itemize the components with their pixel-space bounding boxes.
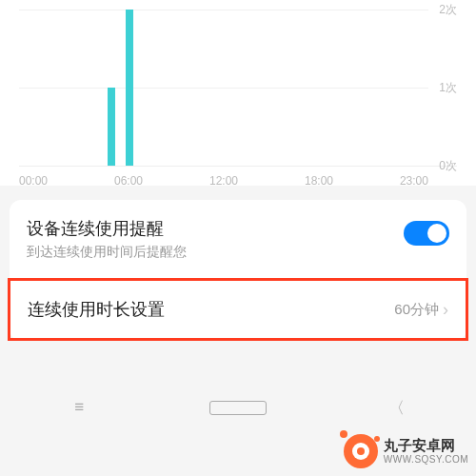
chart-bar xyxy=(126,10,133,166)
x-tick: 12:00 xyxy=(209,174,238,188)
y-tick-2: 2次 xyxy=(439,2,457,18)
duration-setting-row[interactable]: 连续使用时长设置 60分钟 › xyxy=(8,278,468,341)
continuous-use-reminder-row[interactable]: 设备连续使用提醒 到达连续使用时间后提醒您 xyxy=(10,200,466,278)
chevron-right-icon: › xyxy=(443,300,448,320)
x-tick: 00:00 xyxy=(19,174,48,188)
system-navbar: ≡ 〈 xyxy=(0,388,476,426)
chart-plot: 2次 1次 0次 xyxy=(19,10,457,167)
x-tick: 23:00 xyxy=(400,174,428,188)
watermark-url: WWW.SQSY.COM xyxy=(384,454,468,465)
usage-chart: 2次 1次 0次 00:00 06:00 12:00 18:00 23:00 xyxy=(0,0,476,186)
settings-card: 设备连续使用提醒 到达连续使用时间后提醒您 连续使用时长设置 60分钟 › xyxy=(10,200,466,341)
watermark-icon xyxy=(344,434,378,468)
x-axis: 00:00 06:00 12:00 18:00 23:00 xyxy=(19,167,457,188)
watermark: 丸子安卓网 WWW.SQSY.COM xyxy=(344,434,468,468)
reminder-subtitle: 到达连续使用时间后提醒您 xyxy=(27,244,187,261)
watermark-title: 丸子安卓网 xyxy=(384,438,468,454)
chart-bar xyxy=(108,88,115,166)
home-button[interactable] xyxy=(209,401,267,415)
reminder-toggle[interactable] xyxy=(404,221,449,246)
duration-value: 60分钟 xyxy=(394,301,439,319)
reminder-title: 设备连续使用提醒 xyxy=(27,217,187,240)
recents-button[interactable]: ≡ xyxy=(50,398,108,417)
back-button[interactable]: 〈 xyxy=(368,397,426,419)
chart-bars xyxy=(19,10,428,166)
x-tick: 06:00 xyxy=(114,174,143,188)
x-tick: 18:00 xyxy=(305,174,333,188)
duration-title: 连续使用时长设置 xyxy=(28,298,165,321)
y-tick-1: 1次 xyxy=(439,80,457,96)
y-tick-0: 0次 xyxy=(439,158,457,174)
